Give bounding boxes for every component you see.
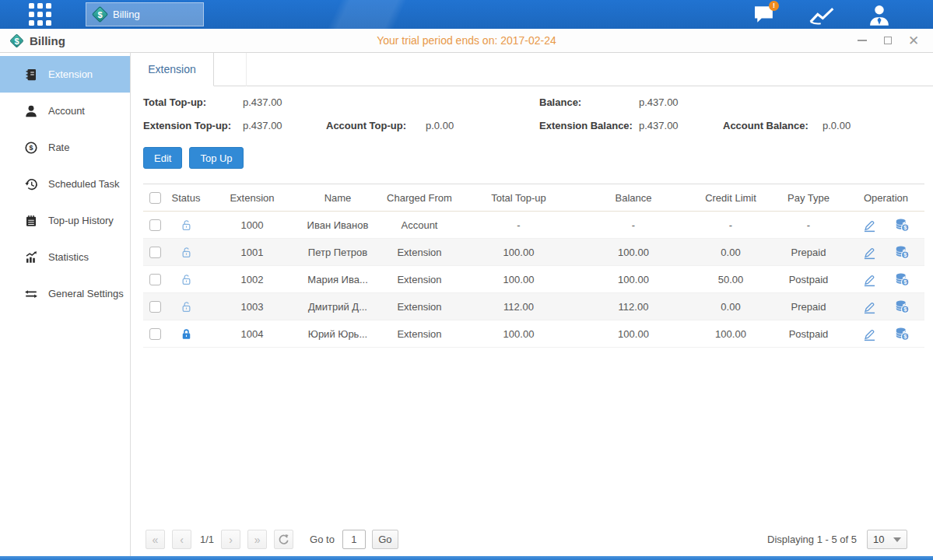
taskbar-tab-billing[interactable]: $ Billing (86, 2, 204, 26)
cell-credit-limit: 0.00 (692, 247, 770, 258)
table-body: 1000 Иван Иванов Account - - - - (143, 212, 924, 348)
sidebar-item-statistics[interactable]: Statistics (0, 239, 130, 275)
account-icon (24, 104, 38, 118)
window-bottom-border (0, 556, 933, 560)
last-page-button[interactable]: » (247, 530, 267, 549)
row-checkbox[interactable] (149, 274, 161, 285)
sidebar-item-label: General Settings (48, 288, 124, 299)
table-row: 1000 Иван Иванов Account - - - - (143, 212, 924, 239)
maximize-icon[interactable] (882, 35, 893, 46)
edit-extension-icon[interactable] (861, 299, 878, 315)
sidebar-item-label: Rate (48, 142, 69, 153)
lock-open-icon[interactable] (179, 218, 194, 233)
cell-balance: 100.00 (575, 274, 692, 285)
cell-charged-from: Extension (377, 301, 462, 313)
refresh-button[interactable] (274, 530, 293, 549)
topup-history-icon (24, 214, 38, 228)
page-indicator: 1/1 (200, 534, 214, 545)
sidebar-item-topup-history[interactable]: Top-up History (0, 202, 130, 239)
sidebar-item-rate[interactable]: $ Rate (0, 129, 130, 166)
cell-name: Дмитрий Д... (299, 301, 377, 313)
cell-pay-type: Postpaid (770, 328, 847, 340)
row-checkbox[interactable] (149, 219, 161, 231)
summary-extension-balance: Extension Balance:p.437.00 (539, 120, 723, 131)
top-up-button[interactable]: Top Up (189, 147, 243, 169)
sidebar-item-scheduled-task[interactable]: Scheduled Task (0, 166, 130, 202)
cell-total-topup: 100.00 (462, 274, 575, 285)
row-checkbox[interactable] (149, 301, 161, 313)
column-header: Pay Type (770, 192, 847, 204)
column-header: Extension (205, 192, 299, 204)
displaying-text: Displaying 1 - 5 of 5 (767, 534, 857, 545)
sidebar-item-label: Account (48, 105, 85, 117)
taskbar-tab-label: Billing (113, 9, 140, 20)
column-header: Charged From (377, 192, 462, 204)
lock-closed-icon[interactable] (179, 327, 194, 341)
column-header: Balance (575, 192, 692, 204)
top-up-extension-icon[interactable]: $ (894, 299, 910, 315)
billing-window-icon: $ (9, 33, 23, 47)
lock-open-icon[interactable] (179, 245, 194, 260)
close-icon[interactable]: ✕ (908, 35, 919, 46)
cell-extension: 1000 (205, 219, 299, 231)
window-header: $ Billing Your trial period ends on: 201… (0, 29, 933, 53)
svg-text:$: $ (29, 144, 33, 152)
sidebar-item-extension[interactable]: Extension (0, 56, 130, 93)
edit-extension-icon[interactable] (861, 326, 878, 342)
statistics-chart-icon[interactable] (808, 5, 835, 25)
cell-pay-type: Prepaid (770, 247, 847, 258)
cell-credit-limit: 100.00 (692, 328, 770, 340)
cell-extension: 1003 (205, 301, 299, 313)
goto-label: Go to (310, 534, 335, 545)
cell-total-topup: 100.00 (462, 328, 575, 340)
edit-button[interactable]: Edit (143, 147, 182, 169)
lock-open-icon[interactable] (179, 299, 194, 314)
cell-balance: 100.00 (575, 328, 692, 340)
row-checkbox[interactable] (149, 328, 161, 340)
first-page-button[interactable]: « (146, 530, 165, 549)
cell-pay-type: Prepaid (770, 301, 847, 313)
edit-extension-icon[interactable] (861, 271, 878, 288)
column-header: Total Top-up (462, 192, 575, 204)
sidebar: Extension Account $ Rate Scheduled Task (0, 53, 131, 556)
main-panel: Extension Total Top-up:p.437.00 Balance:… (131, 53, 933, 556)
edit-extension-icon[interactable] (861, 217, 878, 233)
sidebar-item-general-settings[interactable]: General Settings (0, 275, 130, 312)
chevron-down-icon (893, 537, 901, 542)
tab-bar: Extension (131, 53, 933, 86)
lock-open-icon[interactable] (179, 272, 194, 287)
messages-icon[interactable]: ! (751, 5, 777, 25)
general-settings-icon (24, 287, 38, 301)
select-all-checkbox[interactable] (149, 192, 161, 204)
tab-extension[interactable]: Extension (131, 53, 214, 86)
minimize-icon[interactable] (857, 35, 868, 46)
page-size-dropdown[interactable]: 10 (867, 530, 907, 549)
cell-name: Иван Иванов (299, 219, 377, 231)
refresh-icon (278, 534, 289, 545)
sidebar-item-account[interactable]: Account (0, 93, 130, 129)
top-up-extension-icon[interactable]: $ (894, 244, 910, 261)
balance-summary: Total Top-up:p.437.00 Balance:p.437.00 E… (143, 96, 933, 131)
top-up-extension-icon[interactable]: $ (894, 217, 910, 233)
apps-grid-icon[interactable] (29, 3, 51, 26)
page-size-value: 10 (873, 534, 884, 545)
cell-pay-type: - (770, 219, 847, 231)
rate-icon: $ (24, 141, 38, 155)
go-button[interactable]: Go (372, 530, 398, 549)
top-up-extension-icon[interactable]: $ (894, 326, 910, 342)
cell-total-topup: 100.00 (462, 247, 575, 258)
column-header: Operation (847, 192, 924, 204)
edit-extension-icon[interactable] (861, 244, 878, 261)
statistics-icon (24, 250, 38, 264)
next-page-button[interactable]: › (221, 530, 240, 549)
goto-page-input[interactable] (342, 530, 366, 549)
billing-app-icon: $ (92, 6, 108, 23)
prev-page-button[interactable]: ‹ (172, 530, 191, 549)
cell-charged-from: Extension (377, 247, 462, 258)
user-icon[interactable] (866, 5, 893, 25)
top-up-extension-icon[interactable]: $ (894, 271, 910, 288)
window-title-text: Billing (30, 34, 65, 47)
row-checkbox[interactable] (149, 247, 161, 258)
sidebar-item-label: Top-up History (48, 215, 114, 226)
summary-total-topup: Total Top-up:p.437.00 (143, 96, 326, 108)
